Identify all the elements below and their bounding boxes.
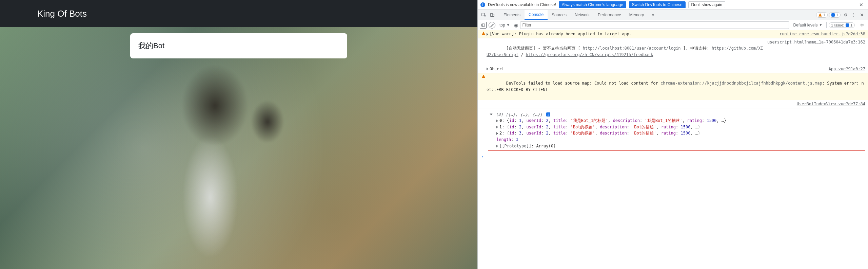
log-source-link[interactable]: runtime-core.esm-bundler.js?d2dd:38 — [780, 31, 865, 37]
info-square-icon — [831, 13, 835, 17]
close-icon[interactable]: ✕ — [857, 2, 865, 7]
array-prototype[interactable]: [[Prototype]]: Array(0) — [490, 143, 863, 149]
sidebar-toggle-icon[interactable] — [480, 22, 487, 29]
warn-triangle-icon — [482, 75, 485, 78]
divider — [826, 22, 827, 28]
log-row-object[interactable]: Object App.vue?91a0:27 — [478, 65, 868, 73]
live-expression-icon[interactable]: ◉ — [514, 22, 518, 28]
devtools-close-icon[interactable]: ✕ — [858, 12, 866, 18]
clear-console-icon[interactable] — [489, 22, 495, 29]
device-toolbar-icon[interactable] — [489, 11, 496, 19]
log-source-link[interactable]: App.vue?91a0:27 — [829, 66, 865, 72]
expand-triangle-icon[interactable] — [496, 120, 498, 122]
warn-triangle-icon — [818, 13, 822, 17]
log-row-warning[interactable]: [Vue warn]: Plugin has already been appl… — [478, 30, 868, 38]
array-item[interactable]: 0: {id: 1, userId: 2, title: '我是Bot_1的标题… — [490, 118, 863, 124]
array-header[interactable]: (3) [{…}, {…}, {…}] i — [490, 111, 863, 118]
more-menu-icon[interactable]: ⋮ — [850, 13, 858, 17]
card-title: 我的Bot — [138, 41, 164, 50]
log-message: [Vue warn]: Plugin has already been appl… — [490, 32, 632, 36]
log-message: DevTools failed to load source map: Coul… — [487, 74, 865, 99]
btn-switch-chinese[interactable]: Switch DevTools to Chinese — [629, 1, 686, 8]
link[interactable]: chrome-extension://kjacjjdnoddnpbbcjilca… — [660, 81, 822, 86]
context-selector[interactable]: top▼ — [497, 22, 512, 28]
btn-match-language[interactable]: Always match Chrome's language — [559, 1, 626, 8]
info-count-badge[interactable]: 1 — [829, 12, 841, 18]
log-source-link[interactable]: userscript.html?name…1a-7006041da7e3:162 — [767, 39, 865, 64]
log-source-link[interactable]: UserBotIndexView.vue?de77:84 — [797, 101, 865, 107]
array-item[interactable]: 1: {id: 2, userId: 2, title: 'Bot的标题', d… — [490, 124, 863, 130]
svg-rect-1 — [491, 13, 493, 16]
log-message: Object — [490, 67, 504, 71]
btn-dont-show-again[interactable]: Don't show again — [688, 1, 726, 8]
log-row-warning[interactable]: DevTools failed to load source map: Coul… — [478, 73, 868, 100]
settings-icon[interactable]: ⚙ — [842, 13, 850, 17]
expand-triangle-icon[interactable] — [487, 68, 488, 70]
inspect-element-icon[interactable] — [480, 11, 487, 19]
expand-triangle-icon[interactable] — [490, 114, 493, 115]
issue-square-icon — [846, 23, 849, 27]
warn-count-badge[interactable]: 1 — [816, 12, 828, 18]
app-viewport: King Of Bots 我的Bot — [0, 0, 477, 269]
infobar-text: DevTools is now available in Chinese! — [488, 2, 556, 7]
navbar: King Of Bots — [0, 0, 477, 27]
expand-triangle-icon[interactable] — [496, 145, 498, 147]
page-card: 我的Bot — [130, 33, 347, 58]
tab-sources[interactable]: Sources — [548, 10, 571, 20]
tab-performance[interactable]: Performance — [594, 10, 625, 20]
console-prompt[interactable]: › — [478, 152, 868, 161]
filter-input[interactable] — [520, 21, 789, 29]
info-square-icon[interactable]: i — [546, 112, 550, 116]
svg-rect-2 — [492, 14, 494, 16]
log-levels-selector[interactable]: Default levels▼ — [791, 22, 824, 28]
navbar-brand[interactable]: King Of Bots — [37, 8, 87, 19]
issues-badge[interactable]: 1 Issue: 1 — [829, 22, 855, 28]
log-row-array-src[interactable]: UserBotIndexView.vue?de77:84 — [478, 100, 868, 108]
log-row-info[interactable]: [自动无缝翻页] - 暂不支持当前网页 [ http://localhost:8… — [478, 38, 868, 65]
expand-triangle-icon[interactable] — [487, 33, 488, 36]
devtools-panel: i DevTools is now available in Chinese! … — [477, 0, 868, 269]
array-item[interactable]: 2: {id: 3, userId: 2, title: 'Bot的标题', d… — [490, 130, 863, 137]
tabs-overflow-icon[interactable]: » — [648, 10, 658, 20]
expand-triangle-icon[interactable] — [496, 126, 498, 128]
tab-network[interactable]: Network — [571, 10, 594, 20]
console-array-expanded: (3) [{…}, {…}, {…}] i 0: {id: 1, userId:… — [488, 110, 865, 151]
background-illustration — [96, 49, 334, 269]
svg-rect-3 — [482, 24, 485, 26]
tab-console[interactable]: Console — [525, 10, 548, 20]
devtools-tabs: Elements Console Sources Network Perform… — [478, 10, 868, 20]
array-length: length: 3 — [490, 137, 863, 143]
console-settings-icon[interactable]: ⚙ — [858, 23, 866, 28]
warn-triangle-icon — [482, 32, 485, 35]
link[interactable]: http://localhost:8081/user/account/login — [583, 46, 681, 51]
tab-memory[interactable]: Memory — [625, 10, 648, 20]
console-toolbar: top▼ ◉ Default levels▼ 1 Issue: 1 ⚙ — [478, 20, 868, 30]
devtools-infobar: i DevTools is now available in Chinese! … — [478, 0, 868, 10]
tab-elements[interactable]: Elements — [499, 10, 525, 20]
filter-input-wrap — [520, 21, 789, 29]
issues-count: 1 — [850, 23, 852, 27]
info-icon: i — [480, 2, 485, 7]
console-body[interactable]: [Vue warn]: Plugin has already been appl… — [478, 30, 868, 269]
expand-triangle-icon[interactable] — [496, 132, 498, 135]
link[interactable]: https://greasyfork.org/zh-CN/scripts/419… — [526, 52, 653, 57]
issues-label: 1 Issue: — [831, 23, 844, 27]
log-message: [自动无缝翻页] - 暂不支持当前网页 [ http://localhost:8… — [487, 39, 763, 64]
